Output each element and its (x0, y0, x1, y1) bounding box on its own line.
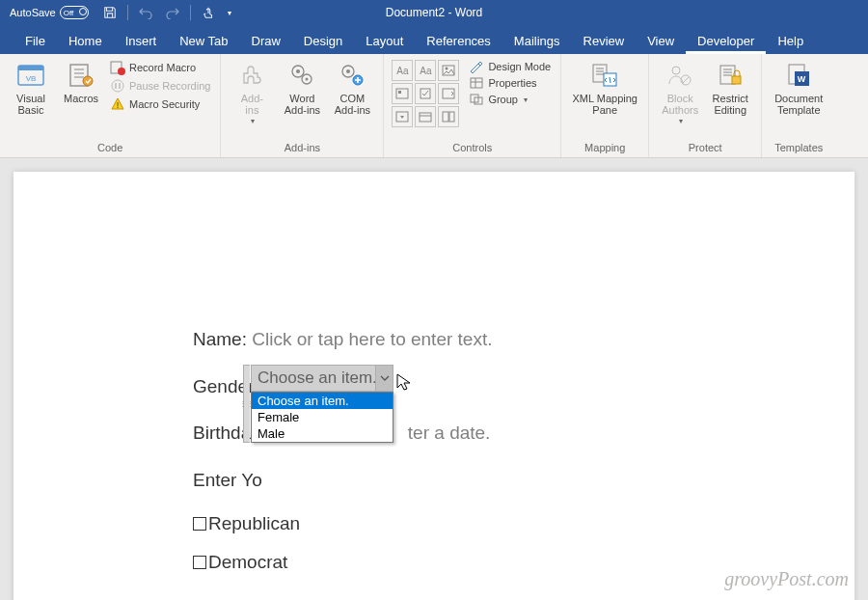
xml-mapping-pane-button[interactable]: XML Mapping Pane (567, 58, 642, 118)
warning-icon: ! (110, 96, 125, 112)
design-mode-button[interactable]: Design Mode (469, 60, 551, 73)
svg-text:!: ! (117, 100, 120, 110)
pause-icon (110, 78, 125, 94)
title-bar: AutoSave Off ▾ Document2 - Word (0, 0, 868, 25)
properties-label: Properties (488, 77, 536, 89)
plain-text-control-icon[interactable]: Aa (415, 60, 436, 81)
redo-icon[interactable] (163, 3, 182, 22)
visual-basic-button[interactable]: VB Visual Basic (6, 58, 56, 118)
tab-draw[interactable]: Draw (240, 28, 292, 54)
tab-newtab[interactable]: New Tab (168, 28, 239, 54)
gender-option-1[interactable]: Female (252, 409, 393, 425)
checkbox-icon[interactable] (193, 517, 206, 531)
svg-point-17 (446, 68, 448, 70)
vote-option-a-label: Republican (208, 513, 300, 533)
group-mapping-label: Mapping (567, 142, 642, 155)
picture-control-icon[interactable] (438, 60, 459, 81)
svg-point-10 (296, 69, 300, 73)
undo-icon[interactable] (136, 3, 155, 22)
svg-rect-24 (443, 112, 448, 122)
tab-references[interactable]: References (415, 28, 502, 54)
autosave-pill[interactable]: Off (60, 6, 89, 19)
vote-prefix: Enter Yo (193, 470, 262, 490)
gender-option-0[interactable]: Choose an item. (252, 393, 393, 409)
checkbox-icon[interactable] (193, 556, 206, 569)
group-protect: Block Authors ▾ Restrict Editing Protect (649, 54, 762, 157)
tab-insert[interactable]: Insert (114, 28, 169, 54)
tab-view[interactable]: View (636, 28, 686, 54)
tab-review[interactable]: Review (572, 28, 637, 54)
macros-label: Macros (64, 93, 98, 104)
svg-point-31 (672, 67, 680, 74)
vote-option-a-line[interactable]: Republican (193, 513, 681, 534)
com-addins-button[interactable]: COM Add-ins (327, 58, 377, 118)
gender-dropdown-head[interactable]: Choose an item. (251, 365, 393, 392)
svg-rect-1 (18, 66, 43, 70)
dropdown-control-icon[interactable] (392, 106, 413, 127)
group-protect-label: Protect (655, 142, 755, 155)
rich-text-control-icon[interactable]: Aa (392, 60, 413, 81)
repeating-section-control-icon[interactable] (438, 106, 459, 127)
gender-option-2[interactable]: Male (252, 425, 393, 442)
vote-label-line: Enter Your vote. (193, 467, 681, 495)
record-macro-button[interactable]: Record Macro (110, 60, 210, 75)
qat-more-icon[interactable]: ▾ (228, 9, 231, 17)
combo-box-control-icon[interactable] (438, 83, 459, 104)
group-controls-label: Controls (390, 142, 555, 155)
addins-button[interactable]: Add- ins ▾ (227, 58, 277, 128)
tab-mailings[interactable]: Mailings (502, 28, 572, 54)
record-macro-icon (110, 60, 125, 75)
name-placeholder[interactable]: Click or tap here to enter text. (252, 329, 492, 349)
tab-design[interactable]: Design (292, 28, 354, 54)
macro-security-button[interactable]: ! Macro Security (110, 96, 210, 112)
group-icon (469, 93, 484, 106)
word-addins-button[interactable]: Word Add-ins (277, 58, 327, 118)
group-mapping: XML Mapping Pane Mapping (561, 54, 649, 157)
controls-gallery: Aa Aa (390, 58, 461, 129)
visual-basic-label: Visual Basic (16, 93, 45, 116)
checkbox-control-icon[interactable] (415, 83, 436, 104)
design-mode-icon (469, 60, 484, 73)
group-code: VB Visual Basic Macros Record Macro Paus… (0, 54, 221, 157)
ribbon: VB Visual Basic Macros Record Macro Paus… (0, 54, 868, 158)
group-button[interactable]: Group ▾ (469, 93, 551, 106)
properties-button[interactable]: Properties (469, 76, 551, 90)
word-addins-label: Word Add-ins (285, 93, 320, 116)
save-icon[interactable] (100, 3, 120, 22)
group-code-label: Code (6, 142, 214, 155)
chevron-down-icon (380, 375, 390, 381)
dropdown-arrow-button[interactable] (375, 366, 393, 391)
birthday-placeholder-tail[interactable]: ter a date. (408, 423, 491, 443)
touch-mode-icon[interactable] (199, 3, 218, 22)
document-template-button[interactable]: W Document Template (768, 58, 829, 118)
autosave-dot-icon (79, 8, 87, 15)
document-template-icon: W (783, 60, 814, 91)
tab-home[interactable]: Home (57, 28, 114, 54)
content-control-handle-icon[interactable]: ⋮⋮ (243, 365, 250, 443)
tab-layout[interactable]: Layout (354, 28, 415, 54)
document-page[interactable]: Name: Click or tap here to enter text. G… (14, 172, 854, 600)
gender-dropdown[interactable]: ⋮⋮ Choose an item. Choose an item. Femal… (251, 365, 393, 443)
word-addins-icon (286, 60, 317, 91)
xml-mapping-label: XML Mapping Pane (572, 93, 637, 116)
name-label: Name: (193, 329, 252, 349)
block-authors-button[interactable]: Block Authors ▾ (655, 58, 705, 128)
tab-file[interactable]: File (14, 28, 57, 54)
document-title: Document2 - Word (386, 6, 482, 19)
macros-button[interactable]: Macros (56, 58, 106, 106)
macro-security-label: Macro Security (129, 98, 200, 110)
svg-text:W: W (798, 74, 806, 84)
vote-option-b-line[interactable]: Democrat (193, 552, 681, 573)
tab-developer[interactable]: Developer (686, 28, 766, 54)
record-macro-label: Record Macro (129, 62, 196, 73)
document-template-label: Document Template (774, 93, 823, 116)
date-picker-control-icon[interactable] (415, 106, 436, 127)
autosave-toggle[interactable]: AutoSave Off (4, 6, 95, 19)
building-block-control-icon[interactable] (392, 83, 413, 104)
block-authors-label: Block Authors (662, 93, 698, 116)
svg-rect-34 (732, 76, 741, 84)
tab-help[interactable]: Help (766, 28, 815, 54)
group-addins-label: Add-ins (227, 142, 377, 155)
restrict-editing-button[interactable]: Restrict Editing (705, 58, 755, 118)
com-addins-icon (337, 60, 367, 91)
